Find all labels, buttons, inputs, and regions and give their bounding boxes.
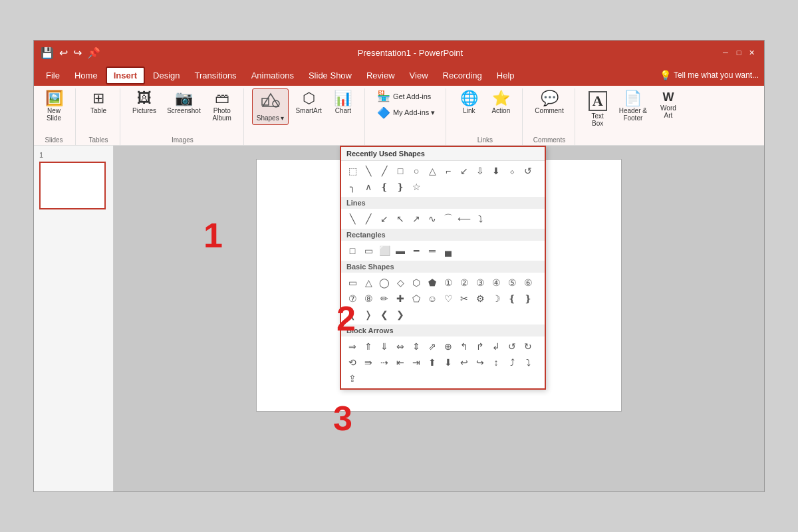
- shape-icon[interactable]: ╮: [345, 180, 360, 194]
- shape-icon[interactable]: ⇓: [377, 339, 392, 354]
- menu-slideshow[interactable]: Slide Show: [302, 68, 358, 83]
- shape-icon[interactable]: ⬠: [409, 291, 424, 306]
- shape-icon[interactable]: ∧: [361, 180, 376, 194]
- menu-home[interactable]: Home: [68, 68, 104, 83]
- shape-icon[interactable]: ⬇: [441, 355, 456, 370]
- link-button[interactable]: 🌐 Link: [454, 88, 483, 117]
- shape-icon[interactable]: △: [425, 164, 440, 178]
- chart-button[interactable]: 📊 Chart: [329, 88, 358, 117]
- shape-icon[interactable]: ↪: [473, 355, 487, 370]
- shape-icon[interactable]: ⟵: [457, 211, 471, 226]
- table-button[interactable]: ⊞ Table: [84, 88, 113, 117]
- slide-thumbnail[interactable]: [39, 162, 106, 209]
- shape-icon[interactable]: ❴: [505, 291, 519, 306]
- menu-review[interactable]: Review: [360, 68, 402, 83]
- shape-icon[interactable]: ↗: [409, 211, 424, 226]
- pictures-button[interactable]: 🖼 Pictures: [128, 88, 160, 117]
- shape-icon[interactable]: ▭: [345, 275, 360, 290]
- shape-icon[interactable]: ⇥: [409, 355, 424, 370]
- shape-icon[interactable]: ⇗: [425, 339, 440, 354]
- shape-icon[interactable]: ╲: [345, 211, 360, 226]
- shape-icon[interactable]: ⌒: [441, 211, 456, 226]
- shape-icon[interactable]: ❵: [393, 180, 408, 194]
- shape-icon[interactable]: ↰: [457, 339, 471, 354]
- shape-icon[interactable]: ⇢: [377, 355, 392, 370]
- close-btn[interactable]: ✕: [747, 47, 757, 58]
- shape-icon[interactable]: ↕: [489, 355, 503, 370]
- photo-album-button[interactable]: 🗃 PhotoAlbum: [207, 88, 237, 124]
- shape-icon[interactable]: ◇: [393, 275, 408, 290]
- shape-icon[interactable]: ╱: [377, 164, 392, 178]
- shape-icon[interactable]: ⬟: [425, 275, 440, 290]
- new-slide-button[interactable]: 🖼️ NewSlide: [39, 88, 68, 124]
- redo-icon[interactable]: ↪: [73, 47, 82, 59]
- shape-icon[interactable]: ↻: [521, 339, 535, 354]
- shape-icon[interactable]: ❯: [393, 307, 408, 322]
- save-icon[interactable]: 💾: [41, 47, 54, 59]
- shape-icon[interactable]: ∿: [425, 211, 440, 226]
- shape-icon[interactable]: ☽: [489, 291, 503, 306]
- comment-button[interactable]: 💬 Comment: [531, 88, 567, 117]
- shape-icon[interactable]: ╲: [361, 164, 376, 178]
- shape-icon[interactable]: ⇛: [361, 355, 376, 370]
- shape-icon[interactable]: ④: [489, 275, 503, 290]
- menu-design[interactable]: Design: [146, 68, 186, 83]
- get-addins-button[interactable]: 🏪 Get Add-ins: [373, 88, 439, 104]
- shape-icon[interactable]: ⌐: [441, 164, 456, 178]
- menu-transitions[interactable]: Transitions: [188, 68, 243, 83]
- shape-icon[interactable]: ⤵: [473, 211, 487, 226]
- undo-icon[interactable]: ↩: [59, 47, 68, 59]
- shape-icon[interactable]: ❭: [361, 307, 376, 322]
- shape-icon[interactable]: ⤵: [521, 355, 535, 370]
- maximize-btn[interactable]: □: [733, 47, 744, 58]
- shape-icon[interactable]: ↲: [489, 339, 503, 354]
- shape-icon[interactable]: ⤴: [505, 355, 519, 370]
- shape-icon[interactable]: ☆: [409, 180, 424, 194]
- shape-icon[interactable]: ❴: [377, 180, 392, 194]
- shape-icon[interactable]: ⟲: [345, 355, 360, 370]
- screenshot-button[interactable]: 📷 Screenshot: [163, 88, 205, 117]
- smartart-button[interactable]: ⬡ SmartArt: [291, 88, 325, 117]
- shape-icon[interactable]: ⬚: [345, 164, 360, 178]
- shape-icon[interactable]: ⇪: [345, 371, 360, 386]
- quick-access-icon[interactable]: 📌: [87, 47, 100, 59]
- shape-icon[interactable]: ⬜: [377, 243, 392, 258]
- shape-icon[interactable]: ⇕: [409, 339, 424, 354]
- wordart-button[interactable]: W WordArt: [654, 88, 683, 122]
- shape-icon[interactable]: ╱: [361, 211, 376, 226]
- shape-icon[interactable]: ▄: [441, 243, 456, 258]
- shape-icon[interactable]: ═: [425, 243, 440, 258]
- shape-icon[interactable]: ◯: [377, 275, 392, 290]
- shape-icon[interactable]: □: [345, 243, 360, 258]
- shape-icon[interactable]: ↺: [505, 339, 519, 354]
- shape-icon[interactable]: ⬇: [489, 164, 503, 178]
- menu-view[interactable]: View: [403, 68, 435, 83]
- shapes-button[interactable]: Shapes ▾: [252, 88, 289, 125]
- shape-icon[interactable]: ○: [409, 164, 424, 178]
- shape-icon[interactable]: ⚙: [473, 291, 487, 306]
- shape-icon[interactable]: ↩: [457, 355, 471, 370]
- shape-icon[interactable]: ↺: [521, 164, 535, 178]
- menu-insert[interactable]: Insert: [106, 66, 145, 84]
- menu-file[interactable]: File: [39, 68, 66, 83]
- action-button[interactable]: ⭐ Action: [486, 88, 515, 117]
- shape-icon[interactable]: ⇤: [393, 355, 408, 370]
- shape-icon[interactable]: ⑧: [361, 291, 376, 306]
- minimize-btn[interactable]: ─: [720, 47, 731, 58]
- shape-icon[interactable]: ⬆: [425, 355, 440, 370]
- shape-icon[interactable]: ❵: [521, 291, 535, 306]
- shape-icon[interactable]: △: [361, 275, 376, 290]
- menu-help[interactable]: Help: [490, 68, 521, 83]
- menu-animations[interactable]: Animations: [245, 68, 301, 83]
- shape-icon[interactable]: ②: [457, 275, 471, 290]
- shape-icon[interactable]: ✚: [393, 291, 408, 306]
- shape-icon[interactable]: ☺: [425, 291, 440, 306]
- shape-icon[interactable]: ❮: [377, 307, 392, 322]
- shape-icon[interactable]: ⇩: [473, 164, 487, 178]
- shape-icon[interactable]: ↖: [393, 211, 408, 226]
- shape-icon[interactable]: ↱: [473, 339, 487, 354]
- shape-icon[interactable]: ⇑: [361, 339, 376, 354]
- shape-icon[interactable]: ▬: [393, 243, 408, 258]
- shape-icon[interactable]: ▭: [361, 243, 376, 258]
- shape-icon[interactable]: ❬: [345, 307, 360, 322]
